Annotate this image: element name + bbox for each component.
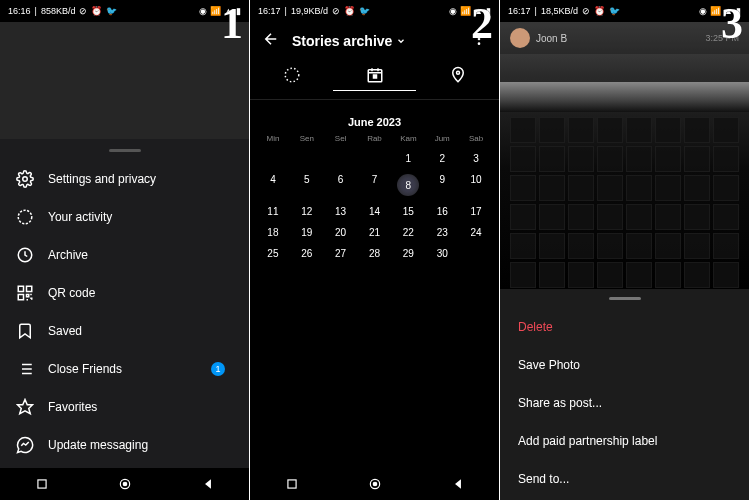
svg-rect-15 (373, 75, 376, 78)
archive-tabs (250, 60, 499, 100)
tab-reels[interactable] (250, 66, 332, 91)
story-username[interactable]: Joon B (536, 33, 567, 44)
drag-handle[interactable] (609, 297, 641, 300)
status-bar: 16:16 | 858KB/d ⊘ ⏰ 🐦 ◉ 📶 ▲ ▮ (0, 0, 249, 22)
option-share-post[interactable]: Share as post... (500, 384, 749, 422)
nav-recent[interactable] (35, 477, 49, 491)
page-title: Stories archive (292, 33, 392, 49)
calendar-day[interactable]: 16 (425, 206, 459, 217)
activity-icon (16, 208, 34, 226)
menu-saved[interactable]: Saved (0, 312, 249, 350)
calendar-day[interactable]: 23 (425, 227, 459, 238)
calendar-day[interactable]: 3 (459, 153, 493, 164)
bottom-sheet: Settings and privacy Your activity Archi… (0, 139, 249, 468)
calendar-day[interactable]: 14 (358, 206, 392, 217)
wifi-icon: ◉ (449, 6, 457, 16)
calendar-day[interactable]: 6 (324, 174, 358, 196)
nav-recent[interactable] (285, 477, 299, 491)
calendar-dow: Rab (358, 134, 392, 143)
drag-handle[interactable] (109, 149, 141, 152)
option-send-to[interactable]: Send to... (500, 460, 749, 498)
svg-rect-5 (18, 295, 23, 300)
calendar-day[interactable]: 17 (459, 206, 493, 217)
screenshot-1: 1 16:16 | 858KB/d ⊘ ⏰ 🐦 ◉ 📶 ▲ ▮ Settings… (0, 0, 249, 500)
calendar-day[interactable]: 7 (358, 174, 392, 196)
calendar-day[interactable]: 19 (290, 227, 324, 238)
qr-icon (16, 284, 34, 302)
nav-bar (250, 468, 499, 500)
story-options-sheet: Delete Save Photo Share as post... Add p… (500, 289, 749, 500)
calendar-day[interactable]: 4 (256, 174, 290, 196)
story-header: Joon B 3:25 PM (500, 22, 749, 54)
menu-update-messaging[interactable]: Update messaging (0, 426, 249, 464)
calendar-day[interactable]: 20 (324, 227, 358, 238)
alarm-icon: ⏰ (344, 6, 355, 16)
calendar-dow: Sel (324, 134, 358, 143)
calendar-day[interactable]: 28 (358, 248, 392, 259)
calendar-day[interactable]: 26 (290, 248, 324, 259)
option-save-photo[interactable]: Save Photo (500, 346, 749, 384)
calendar-day[interactable]: 13 (324, 206, 358, 217)
svg-point-1 (18, 210, 32, 224)
menu-label: Favorites (48, 400, 97, 414)
screenshot-2: 2 16:17 | 19,9KB/d ⊘ ⏰ 🐦 ◉ 📶 ▲ ▮ Stories… (250, 0, 499, 500)
menu-favorites[interactable]: Favorites (0, 388, 249, 426)
header: Stories archive (250, 22, 499, 60)
calendar-day[interactable]: 5 (290, 174, 324, 196)
option-delete[interactable]: Delete (500, 308, 749, 346)
calendar-day[interactable]: 9 (425, 174, 459, 196)
menu-close-friends[interactable]: Close Friends 1 (0, 350, 249, 388)
nav-back[interactable] (201, 477, 215, 491)
status-net: 858KB/d (41, 6, 76, 16)
tab-location[interactable] (416, 66, 498, 91)
calendar-day[interactable]: 2 (425, 153, 459, 164)
calendar-day[interactable]: 22 (391, 227, 425, 238)
calendar-day[interactable]: 30 (425, 248, 459, 259)
status-time: 16:17 (258, 6, 281, 16)
nav-home[interactable] (368, 477, 382, 491)
option-paid-partnership[interactable]: Add paid partnership label (500, 422, 749, 460)
calendar-day[interactable]: 10 (459, 174, 493, 196)
photo-keyboard (510, 117, 739, 289)
avatar[interactable] (510, 28, 530, 48)
menu-qr[interactable]: QR code (0, 274, 249, 312)
wifi-icon: ◉ (699, 6, 707, 16)
calendar-day[interactable]: 12 (290, 206, 324, 217)
menu-label: Update messaging (48, 438, 148, 452)
chevron-down-icon (396, 36, 406, 46)
tab-calendar[interactable] (333, 66, 415, 91)
calendar-day[interactable]: 24 (459, 227, 493, 238)
calendar-day[interactable]: 29 (391, 248, 425, 259)
menu-archive[interactable]: Archive (0, 236, 249, 274)
step-number: 1 (221, 2, 243, 46)
nav-home[interactable] (118, 477, 132, 491)
alarm-off-icon: ⊘ (582, 6, 590, 16)
menu-activity[interactable]: Your activity (0, 198, 249, 236)
story-content[interactable]: Joon B 3:25 PM (500, 22, 749, 289)
calendar-day[interactable]: 21 (358, 227, 392, 238)
calendar-day[interactable]: 18 (256, 227, 290, 238)
star-icon (16, 398, 34, 416)
calendar-day[interactable]: 1 (391, 153, 425, 164)
messenger-icon (16, 436, 34, 454)
bookmark-icon (16, 322, 34, 340)
calendar-day[interactable]: 27 (324, 248, 358, 259)
svg-point-13 (285, 68, 299, 82)
menu-settings[interactable]: Settings and privacy (0, 160, 249, 198)
menu-label: Archive (48, 248, 88, 262)
svg-rect-17 (287, 480, 295, 488)
photo-laptop (500, 82, 749, 112)
calendar-day[interactable]: 11 (256, 206, 290, 217)
archive-dropdown[interactable]: Stories archive (292, 33, 459, 49)
calendar-day[interactable]: 8 (397, 174, 419, 196)
calendar-day[interactable]: 15 (391, 206, 425, 217)
menu-label: QR code (48, 286, 95, 300)
menu-label: Close Friends (48, 362, 122, 376)
dimmed-background[interactable] (0, 22, 249, 139)
svg-point-19 (373, 482, 377, 486)
calendar-day[interactable]: 25 (256, 248, 290, 259)
nav-back[interactable] (451, 477, 465, 491)
alarm-off-icon: ⊘ (332, 6, 340, 16)
svg-rect-7 (37, 480, 45, 488)
back-button[interactable] (262, 30, 280, 52)
